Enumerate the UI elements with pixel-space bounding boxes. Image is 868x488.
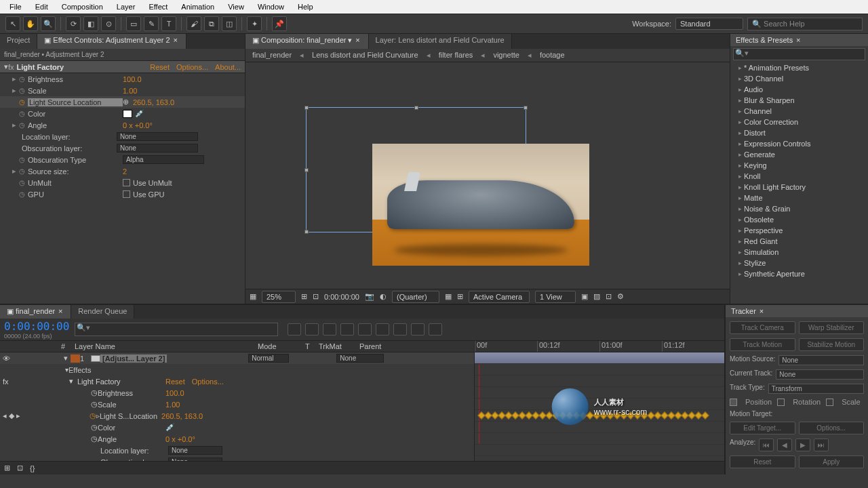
preset-category[interactable]: Generate	[730, 149, 868, 160]
workspace-dropdown[interactable]: Standard	[675, 18, 743, 30]
scale-checkbox[interactable]	[826, 399, 833, 406]
col-trkmat[interactable]: TrkMat	[319, 342, 359, 350]
view-dropdown[interactable]: 1 View	[535, 291, 576, 303]
time-display[interactable]: 0:00:00:00	[324, 293, 359, 301]
mode-select[interactable]: Normal	[248, 354, 289, 363]
resolution-icon[interactable]: ⊞	[301, 292, 307, 301]
tracker-apply-button[interactable]: Apply	[799, 455, 865, 468]
preset-category[interactable]: Blur & Sharpen	[730, 95, 868, 106]
menu-edit[interactable]: Edit	[28, 1, 55, 12]
timeline-tracks[interactable]: 人人素材www.rr-sc.com	[475, 352, 724, 461]
preset-category[interactable]: Matte	[730, 192, 868, 203]
viewer-option-icon[interactable]: ⚙	[617, 292, 624, 301]
camera-dropdown[interactable]: Active Camera	[469, 291, 530, 303]
tl-reset-link[interactable]: Reset	[165, 378, 185, 386]
effect-row[interactable]: fx▾Light FactoryResetOptions...	[0, 375, 474, 387]
tracker-reset-button[interactable]: Reset	[730, 455, 795, 468]
track-camera-button[interactable]: Track Camera	[730, 321, 795, 334]
tab-timeline-comp[interactable]: ▣ final_render ×	[0, 305, 71, 319]
effect-header[interactable]: ▾ fx Light Factory Reset Options... Abou…	[0, 60, 245, 73]
preset-category[interactable]: Expression Controls	[730, 138, 868, 149]
brightness-value[interactable]: 100.0	[123, 75, 142, 83]
effects-row[interactable]: ▾ Effects	[0, 364, 474, 375]
tab-project[interactable]: Project	[0, 34, 37, 49]
motion-source-select[interactable]: None	[778, 355, 864, 365]
menu-bar[interactable]: File Edit Composition Layer Effect Anima…	[0, 0, 868, 14]
switch-icon[interactable]	[429, 323, 442, 336]
tl-angle-value[interactable]: 0 x +0.0°	[165, 435, 195, 443]
close-icon[interactable]: ×	[172, 36, 179, 44]
effects-search-input[interactable]: 🔍▾	[733, 48, 865, 60]
menu-file[interactable]: File	[3, 1, 28, 12]
eyedropper-icon[interactable]: 💉	[165, 423, 175, 432]
stopwatch-active-icon[interactable]: ◷	[90, 411, 96, 420]
angle-value[interactable]: 0 x +0.0°	[123, 121, 153, 129]
stopwatch-icon[interactable]: ◷	[19, 87, 25, 94]
zoom-dropdown[interactable]: 25%	[262, 291, 296, 303]
preset-category[interactable]: Distort	[730, 127, 868, 138]
toggle-brackets-icon[interactable]: {}	[30, 464, 35, 472]
preset-category[interactable]: Synthetic Aperture	[730, 268, 868, 279]
brush-tool-icon[interactable]: 🖌	[186, 16, 201, 31]
tl-options-link[interactable]: Options...	[192, 378, 224, 386]
preset-category[interactable]: Keying	[730, 160, 868, 171]
preset-category[interactable]: Simulation	[730, 247, 868, 258]
col-t[interactable]: T	[305, 342, 319, 350]
menu-effect[interactable]: Effect	[142, 1, 174, 12]
search-help-input[interactable]: 🔍 Search Help	[747, 18, 863, 30]
auto-kf-icon[interactable]	[411, 323, 425, 336]
tl-prop-row[interactable]: ◂ ◆ ▸◷ ▹Light S...Location260.5, 163.0	[0, 410, 474, 422]
tab-layer[interactable]: Layer: Lens distort and Field Curvature	[369, 34, 512, 49]
camera-tool-icon[interactable]: ◧	[83, 16, 98, 31]
track-type-select[interactable]: Transform	[768, 384, 864, 394]
timecode-display[interactable]: 0:00:00:00	[4, 320, 69, 333]
selection-tool-icon[interactable]: ↖	[5, 16, 20, 31]
location-layer-select[interactable]: None	[117, 132, 198, 141]
menu-help[interactable]: Help	[291, 1, 320, 12]
preset-category[interactable]: Knoll	[730, 171, 868, 182]
timeline-search[interactable]: 🔍▾	[75, 323, 278, 336]
stopwatch-icon[interactable]: ◷	[19, 179, 25, 186]
viewer-option-icon[interactable]: ▣	[581, 292, 588, 301]
toggle-icon[interactable]: ⊞	[457, 292, 463, 301]
source-size-value[interactable]: 2	[123, 167, 127, 176]
time-ruler[interactable]: 00f00:12f01:00f01:12f	[475, 340, 724, 352]
preset-category[interactable]: Stylize	[730, 258, 868, 268]
options-link[interactable]: Options...	[176, 63, 208, 71]
stopwatch-icon[interactable]: ◷	[19, 121, 25, 129]
preset-category[interactable]: Color Correction	[730, 117, 868, 127]
preset-category[interactable]: * Animation Presets	[730, 62, 868, 73]
stopwatch-icon[interactable]: ◷	[91, 434, 98, 443]
analyze-fwd-fast-icon[interactable]: ⏭	[814, 439, 829, 451]
comp-mini-icon[interactable]	[288, 323, 301, 336]
preset-category[interactable]: 3D Channel	[730, 73, 868, 84]
graph-editor-icon[interactable]	[393, 323, 407, 336]
crosshair-icon[interactable]: ⊕	[123, 98, 129, 106]
composition-breadcrumb[interactable]: final_render◂ Lens distort and Field Cur…	[245, 49, 730, 62]
viewer-option-icon[interactable]: ⊡	[606, 292, 612, 301]
col-layer-name[interactable]: Layer Name	[75, 342, 170, 350]
clone-tool-icon[interactable]: ⧉	[204, 16, 219, 31]
track-motion-button[interactable]: Track Motion	[730, 338, 795, 351]
pen-tool-icon[interactable]: ✎	[144, 16, 159, 31]
tracker-options-button[interactable]: Options...	[799, 422, 865, 434]
menu-composition[interactable]: Composition	[55, 1, 110, 12]
tab-render-queue[interactable]: Render Queue	[71, 305, 134, 319]
stopwatch-active-icon[interactable]: ◷	[19, 98, 25, 106]
tl-prop-row[interactable]: ◷ Color 💉	[0, 422, 474, 433]
obscuration-layer-select[interactable]: None	[117, 144, 198, 152]
rotation-checkbox[interactable]	[777, 399, 785, 406]
col-mode[interactable]: Mode	[258, 342, 305, 350]
obscuration-type-select[interactable]: Alpha	[123, 155, 204, 164]
stopwatch-icon[interactable]: ◷	[19, 110, 25, 117]
tl-scale-value[interactable]: 1.00	[165, 401, 180, 409]
preset-list[interactable]: * Animation Presets3D ChannelAudioBlur &…	[730, 62, 868, 304]
toggle-switches-icon[interactable]: ⊡	[17, 464, 23, 472]
close-icon[interactable]: ×	[355, 36, 361, 44]
quality-dropdown[interactable]: (Quarter)	[392, 291, 439, 303]
col-parent[interactable]: Parent	[359, 342, 400, 350]
analyze-fwd-icon[interactable]: ▶	[795, 439, 810, 451]
shy-icon[interactable]	[323, 323, 336, 336]
col-number[interactable]: #	[61, 342, 75, 350]
frame-blend-icon[interactable]	[340, 323, 354, 336]
